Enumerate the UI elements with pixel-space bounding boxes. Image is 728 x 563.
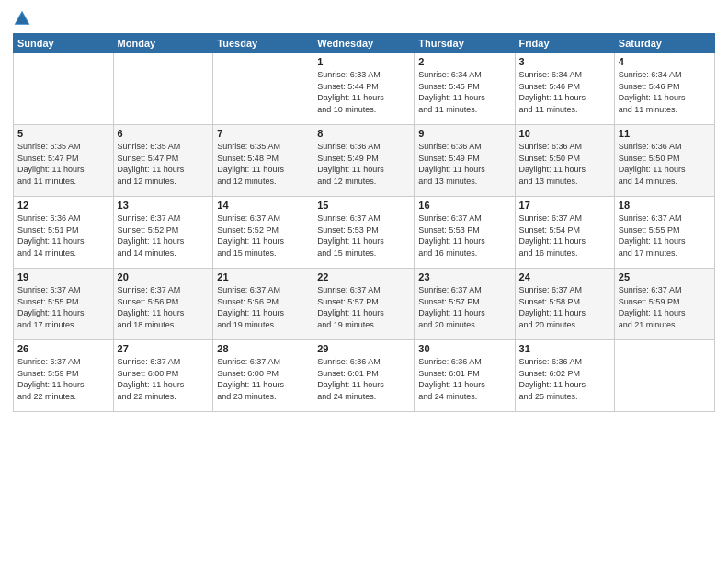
day-number: 14: [217, 200, 309, 211]
day-cell: 12Sunrise: 6:36 AM Sunset: 5:51 PM Dayli…: [14, 197, 114, 269]
day-cell: 25Sunrise: 6:37 AM Sunset: 5:59 PM Dayli…: [614, 269, 714, 340]
day-number: 3: [519, 56, 610, 67]
day-number: 30: [418, 343, 510, 354]
day-cell: 31Sunrise: 6:36 AM Sunset: 6:02 PM Dayli…: [515, 340, 614, 412]
week-row-4: 19Sunrise: 6:37 AM Sunset: 5:55 PM Dayli…: [14, 269, 715, 340]
day-info: Sunrise: 6:37 AM Sunset: 5:53 PM Dayligh…: [418, 213, 510, 259]
day-header-tuesday: Tuesday: [213, 34, 313, 53]
week-row-2: 5Sunrise: 6:35 AM Sunset: 5:47 PM Daylig…: [14, 125, 715, 197]
day-info: Sunrise: 6:34 AM Sunset: 5:46 PM Dayligh…: [519, 69, 610, 115]
day-info: Sunrise: 6:37 AM Sunset: 5:58 PM Dayligh…: [519, 284, 610, 330]
day-cell: 18Sunrise: 6:37 AM Sunset: 5:55 PM Dayli…: [614, 197, 714, 269]
day-cell: 17Sunrise: 6:37 AM Sunset: 5:54 PM Dayli…: [515, 197, 614, 269]
day-number: 16: [418, 200, 510, 211]
day-number: 22: [317, 271, 410, 282]
day-number: 9: [418, 128, 510, 139]
day-cell: 6Sunrise: 6:35 AM Sunset: 5:47 PM Daylig…: [113, 125, 213, 197]
day-cell: 21Sunrise: 6:37 AM Sunset: 5:56 PM Dayli…: [213, 269, 313, 340]
day-number: 7: [217, 128, 309, 139]
day-number: 21: [217, 271, 309, 282]
day-number: 1: [317, 56, 410, 67]
day-number: 15: [317, 200, 410, 211]
day-number: 20: [118, 271, 210, 282]
day-info: Sunrise: 6:34 AM Sunset: 5:46 PM Dayligh…: [619, 69, 711, 115]
day-cell: 5Sunrise: 6:35 AM Sunset: 5:47 PM Daylig…: [14, 125, 114, 197]
logo: [13, 9, 35, 28]
day-number: 6: [118, 128, 210, 139]
day-info: Sunrise: 6:37 AM Sunset: 5:57 PM Dayligh…: [317, 284, 410, 330]
day-cell: 26Sunrise: 6:37 AM Sunset: 5:59 PM Dayli…: [14, 340, 114, 412]
day-cell: 29Sunrise: 6:36 AM Sunset: 6:01 PM Dayli…: [313, 340, 415, 412]
day-info: Sunrise: 6:37 AM Sunset: 5:52 PM Dayligh…: [217, 213, 309, 259]
day-info: Sunrise: 6:34 AM Sunset: 5:45 PM Dayligh…: [418, 69, 510, 115]
day-number: 8: [317, 128, 410, 139]
logo-icon: [13, 9, 31, 28]
day-info: Sunrise: 6:37 AM Sunset: 5:55 PM Dayligh…: [17, 284, 109, 330]
day-cell: 13Sunrise: 6:37 AM Sunset: 5:52 PM Dayli…: [113, 197, 213, 269]
day-cell: [213, 53, 313, 125]
day-info: Sunrise: 6:37 AM Sunset: 6:00 PM Dayligh…: [118, 356, 210, 402]
day-cell: [614, 340, 714, 412]
day-info: Sunrise: 6:36 AM Sunset: 5:49 PM Dayligh…: [418, 141, 510, 187]
day-cell: 22Sunrise: 6:37 AM Sunset: 5:57 PM Dayli…: [313, 269, 415, 340]
day-info: Sunrise: 6:35 AM Sunset: 5:47 PM Dayligh…: [17, 141, 109, 187]
day-number: 23: [418, 271, 510, 282]
day-header-friday: Friday: [515, 34, 614, 53]
day-header-thursday: Thursday: [415, 34, 515, 53]
day-info: Sunrise: 6:36 AM Sunset: 6:02 PM Dayligh…: [519, 356, 610, 402]
day-info: Sunrise: 6:37 AM Sunset: 5:56 PM Dayligh…: [217, 284, 309, 330]
day-cell: 3Sunrise: 6:34 AM Sunset: 5:46 PM Daylig…: [515, 53, 614, 125]
header: [13, 9, 715, 28]
day-info: Sunrise: 6:37 AM Sunset: 5:59 PM Dayligh…: [619, 284, 711, 330]
day-header-monday: Monday: [113, 34, 213, 53]
day-number: 18: [619, 200, 711, 211]
day-number: 5: [17, 128, 109, 139]
day-cell: 20Sunrise: 6:37 AM Sunset: 5:56 PM Dayli…: [113, 269, 213, 340]
day-info: Sunrise: 6:36 AM Sunset: 5:51 PM Dayligh…: [17, 213, 109, 259]
day-info: Sunrise: 6:36 AM Sunset: 5:49 PM Dayligh…: [317, 141, 410, 187]
day-number: 27: [118, 343, 210, 354]
day-header-saturday: Saturday: [614, 34, 714, 53]
day-info: Sunrise: 6:37 AM Sunset: 5:55 PM Dayligh…: [619, 213, 711, 259]
day-info: Sunrise: 6:37 AM Sunset: 5:59 PM Dayligh…: [17, 356, 109, 402]
day-cell: 24Sunrise: 6:37 AM Sunset: 5:58 PM Dayli…: [515, 269, 614, 340]
calendar-table: SundayMondayTuesdayWednesdayThursdayFrid…: [13, 33, 715, 412]
day-number: 29: [317, 343, 410, 354]
day-cell: 23Sunrise: 6:37 AM Sunset: 5:57 PM Dayli…: [415, 269, 515, 340]
day-cell: 7Sunrise: 6:35 AM Sunset: 5:48 PM Daylig…: [213, 125, 313, 197]
day-info: Sunrise: 6:37 AM Sunset: 6:00 PM Dayligh…: [217, 356, 309, 402]
day-cell: [14, 53, 114, 125]
week-row-3: 12Sunrise: 6:36 AM Sunset: 5:51 PM Dayli…: [14, 197, 715, 269]
day-cell: 1Sunrise: 6:33 AM Sunset: 5:44 PM Daylig…: [313, 53, 415, 125]
day-info: Sunrise: 6:36 AM Sunset: 5:50 PM Dayligh…: [619, 141, 711, 187]
day-cell: 10Sunrise: 6:36 AM Sunset: 5:50 PM Dayli…: [515, 125, 614, 197]
day-cell: 4Sunrise: 6:34 AM Sunset: 5:46 PM Daylig…: [614, 53, 714, 125]
day-cell: 9Sunrise: 6:36 AM Sunset: 5:49 PM Daylig…: [415, 125, 515, 197]
day-cell: [113, 53, 213, 125]
calendar-container: SundayMondayTuesdayWednesdayThursdayFrid…: [0, 0, 728, 563]
day-cell: 19Sunrise: 6:37 AM Sunset: 5:55 PM Dayli…: [14, 269, 114, 340]
day-number: 19: [17, 271, 109, 282]
day-cell: 11Sunrise: 6:36 AM Sunset: 5:50 PM Dayli…: [614, 125, 714, 197]
day-info: Sunrise: 6:36 AM Sunset: 6:01 PM Dayligh…: [317, 356, 410, 402]
day-info: Sunrise: 6:35 AM Sunset: 5:47 PM Dayligh…: [118, 141, 210, 187]
day-info: Sunrise: 6:36 AM Sunset: 6:01 PM Dayligh…: [418, 356, 510, 402]
day-cell: 14Sunrise: 6:37 AM Sunset: 5:52 PM Dayli…: [213, 197, 313, 269]
day-info: Sunrise: 6:36 AM Sunset: 5:50 PM Dayligh…: [519, 141, 610, 187]
calendar-header-row: SundayMondayTuesdayWednesdayThursdayFrid…: [14, 34, 715, 53]
day-cell: 27Sunrise: 6:37 AM Sunset: 6:00 PM Dayli…: [113, 340, 213, 412]
day-cell: 28Sunrise: 6:37 AM Sunset: 6:00 PM Dayli…: [213, 340, 313, 412]
day-cell: 8Sunrise: 6:36 AM Sunset: 5:49 PM Daylig…: [313, 125, 415, 197]
day-info: Sunrise: 6:37 AM Sunset: 5:57 PM Dayligh…: [418, 284, 510, 330]
day-number: 13: [118, 200, 210, 211]
day-info: Sunrise: 6:33 AM Sunset: 5:44 PM Dayligh…: [317, 69, 410, 115]
day-info: Sunrise: 6:37 AM Sunset: 5:53 PM Dayligh…: [317, 213, 410, 259]
day-number: 11: [619, 128, 711, 139]
day-info: Sunrise: 6:37 AM Sunset: 5:52 PM Dayligh…: [118, 213, 210, 259]
day-number: 17: [519, 200, 610, 211]
day-header-sunday: Sunday: [14, 34, 114, 53]
day-cell: 15Sunrise: 6:37 AM Sunset: 5:53 PM Dayli…: [313, 197, 415, 269]
day-cell: 30Sunrise: 6:36 AM Sunset: 6:01 PM Dayli…: [415, 340, 515, 412]
day-number: 24: [519, 271, 610, 282]
day-number: 31: [519, 343, 610, 354]
